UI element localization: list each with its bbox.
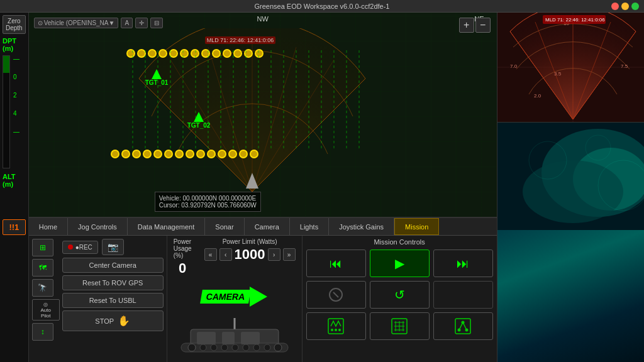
tab-data-management[interactable]: Data Management [128,218,206,235]
warning-count: !1 [12,222,19,232]
target-02-label: TGT_02 [187,122,211,129]
grid-icon-btn[interactable]: ⊞ [32,239,53,256]
app-title: Greensea EOD Workspace v6.0.0-ccf2dfe-1 [254,3,389,10]
map-icon-btn[interactable]: 🗺 [32,259,53,277]
power-prev-btn[interactable]: ‹ [219,248,232,261]
tabs-row: Home Jog Controls Data Management Sonar … [29,218,497,236]
autopilot-button[interactable]: ◎ AutoPilot [32,299,60,321]
svg-point-71 [523,160,623,223]
map-tool-c[interactable]: ⊟ [150,18,163,28]
camera-arrow-container: CAMERA [201,287,267,307]
bottom-left-main: ●REC 📷 Center Camera Reset To ROV GPS Re… [62,239,164,362]
power-limit-label: Power Limit (Watts) [223,238,277,245]
camera-snapshot-button[interactable]: 📷 [102,239,124,255]
vehicle-selector[interactable]: ⊙ Vehicle (OPENINS_NA▼ [34,18,119,28]
close-btn[interactable] [611,3,619,10]
svg-point-30 [188,344,196,351]
cursor-position: Cursor: 03.920792N 005.766060W [159,202,257,209]
tab-jog-controls[interactable]: Jog Controls [68,218,128,235]
mission-loop-button[interactable]: ↺ [370,281,430,309]
svg-point-34 [232,344,238,351]
bottom-panel: Home Jog Controls Data Management Sonar … [29,217,497,362]
svg-point-37 [264,344,270,351]
reset-usbl-button[interactable]: Reset To USBL [62,293,164,308]
wp-dot-b9 [196,150,205,158]
reset-rov-gps-button[interactable]: Reset To ROV GPS [62,275,164,290]
record-button[interactable]: ●REC [62,241,98,254]
target-02-pin [194,112,204,122]
minimize-btn[interactable] [621,3,629,10]
mission-play-button[interactable]: ▶ [370,250,430,277]
center-camera-button[interactable]: Center Camera [62,258,164,273]
hold-icon [328,287,343,302]
mission-path-button[interactable] [433,312,493,340]
power-limit-value: 1000 [235,246,265,263]
zoom-in-button[interactable]: + [459,18,474,33]
tab-mission[interactable]: Mission [394,218,439,235]
tab-joystick-gains[interactable]: Joystick Gains [329,218,394,235]
tab-sonar[interactable]: Sonar [205,218,244,235]
scope-icon-btn[interactable]: 🔭 [32,279,53,297]
power-first-btn[interactable]: « [204,248,217,261]
mission-fastforward-button[interactable]: ⏭ [433,250,493,277]
map-tool-b[interactable]: ✛ [135,18,148,28]
maximize-btn[interactable] [631,3,639,10]
tab-lights[interactable]: Lights [290,218,329,235]
map-area[interactable]: NW NE MLD 71: 22:46: 12:41:0:06 ⊙ Vehicl… [29,13,497,217]
rov-svg [178,312,291,356]
wp-dot-b4 [143,150,152,158]
zero-depth-button[interactable]: Zero Depth [3,15,26,34]
titlebar: Greensea EOD Workspace v6.0.0-ccf2dfe-1 [0,0,644,13]
wp-dot-10 [223,49,231,58]
window-controls [611,3,639,10]
wp-dot-b6 [164,150,173,158]
wp-dot-b10 [207,150,216,158]
tab-home[interactable]: Home [29,218,68,235]
waypoints-bottom-row [111,150,258,158]
wp-dot-12 [244,49,253,58]
wp-dot-b2 [121,150,130,158]
mission-rewind-button[interactable]: ⏮ [306,250,366,277]
bottom-inner: ⊞ 🗺 🔭 ◎ AutoPilot ↕ ●REC [29,236,497,362]
vehicle-label: Vehicle (OPENINS_NA▼ [44,19,115,26]
svg-point-45 [331,329,333,331]
right-side-panels: 2.0 3.5 7.0 7.5 10 MLD 71: 22:46: 12:41:… [497,13,644,362]
power-limit-section: Power Limit (Watts) « ‹ 1000 › » [204,238,296,277]
stop-hand-icon: ✋ [118,315,130,327]
mission-empty-button[interactable] [433,281,493,309]
mission-hold-button[interactable] [306,281,366,309]
wp-dot-b12 [228,150,237,158]
mission-controls-grid: ⏮ ▶ ⏭ ↺ [306,250,493,340]
waypoints-top-row [126,49,264,58]
svg-point-31 [200,344,206,351]
vehicle-position: Vehicle: 00.000000N 000.000000E [159,195,257,202]
power-last-btn[interactable]: » [283,248,296,261]
wp-dot-b7 [175,150,184,158]
svg-text:2.0: 2.0 [534,93,541,99]
zoom-out-button[interactable]: − [475,18,491,33]
stop-button[interactable]: STOP ✋ [62,310,164,331]
map-tool-a[interactable]: A [121,18,133,28]
wp-dot-b3 [132,150,141,158]
tab-camera[interactable]: Camera [245,218,290,235]
arrow-icon-btn[interactable]: ↕ [32,323,53,341]
mission-waypoints-button[interactable] [306,312,366,340]
depth-tick-4: — [13,128,19,135]
autopilot-label: AutoPilot [40,307,50,319]
bottom-center: Power Usage (%) 0 Power Limit (Watts) « … [167,236,302,362]
wp-dot-8 [201,49,210,58]
wp-dot-1 [126,49,135,58]
power-usage-section: Power Usage (%) 0 [174,238,192,277]
vehicle-coords-overlay: Vehicle: 00.000000N 000.000000E Cursor: … [155,192,261,212]
rov-illustration [178,312,291,356]
target-01-label: TGT_01 [145,79,169,86]
svg-point-38 [274,344,282,351]
wp-dot-13 [255,49,264,58]
power-next-btn[interactable]: › [268,248,280,261]
camera-label: CAMERA [200,290,251,304]
target-01-marker: TGT_01 [145,69,169,86]
mission-grid-button[interactable] [370,312,430,340]
camera-feed-svg [497,123,644,230]
left-sidebar: Zero Depth DPT (m) — 0 2 4 — ALT (m) !!1 [0,13,29,362]
svg-text:3.5: 3.5 [554,71,562,77]
